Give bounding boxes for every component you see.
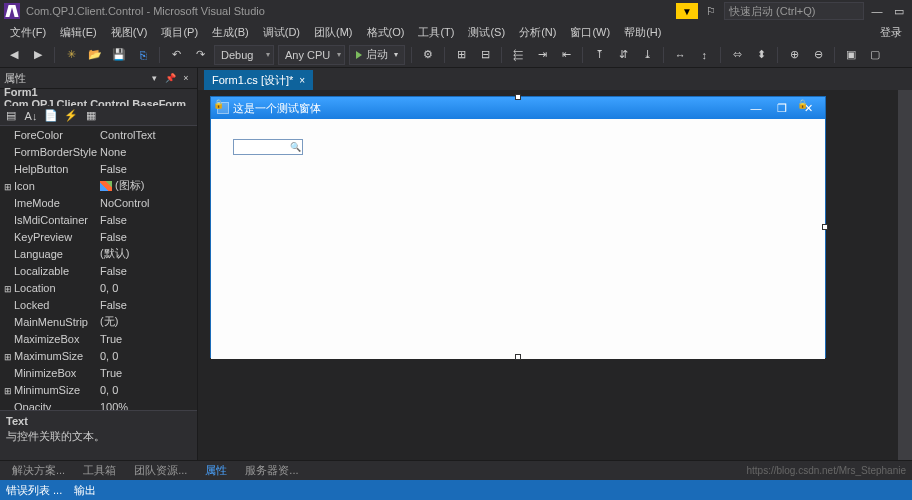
- vspace-icon[interactable]: ↕: [694, 45, 714, 65]
- btab-solution[interactable]: 解决方案...: [4, 461, 73, 480]
- form-max-icon[interactable]: ❐: [771, 100, 793, 116]
- property-value[interactable]: 0, 0: [98, 282, 197, 294]
- property-value[interactable]: False: [98, 299, 197, 311]
- property-row[interactable]: HelpButtonFalse: [0, 160, 197, 177]
- status-output[interactable]: 输出: [74, 483, 96, 498]
- menu-file[interactable]: 文件(F): [4, 23, 52, 42]
- resize-handle-top[interactable]: [515, 94, 521, 100]
- platform-dropdown[interactable]: Any CPU: [278, 45, 345, 65]
- prop-pages-icon[interactable]: ▦: [82, 107, 100, 125]
- hspace-icon[interactable]: ↔: [670, 45, 690, 65]
- property-row[interactable]: KeyPreviewFalse: [0, 228, 197, 245]
- resize-handle-right[interactable]: [822, 224, 828, 230]
- order-front-icon[interactable]: ▣: [841, 45, 861, 65]
- form-min-icon[interactable]: —: [745, 100, 767, 116]
- feedback-flag-icon[interactable]: ⚐: [702, 3, 720, 19]
- properties-grid[interactable]: ForeColorControlTextFormBorderStyleNoneH…: [0, 126, 197, 410]
- order-back-icon[interactable]: ▢: [865, 45, 885, 65]
- menu-test[interactable]: 测试(S): [462, 23, 511, 42]
- minimize-icon[interactable]: —: [868, 3, 886, 19]
- align-top-icon[interactable]: ⤒: [589, 45, 609, 65]
- property-row[interactable]: LocalizableFalse: [0, 262, 197, 279]
- align-middle-icon[interactable]: ⇵: [613, 45, 633, 65]
- menu-edit[interactable]: 编辑(E): [54, 23, 103, 42]
- property-row[interactable]: Icon(图标): [0, 177, 197, 194]
- property-value[interactable]: False: [98, 265, 197, 277]
- nav-fwd-icon[interactable]: ▶: [28, 45, 48, 65]
- tool-icon-1[interactable]: ⚙: [418, 45, 438, 65]
- quick-launch-input[interactable]: 快速启动 (Ctrl+Q): [724, 2, 864, 20]
- property-value[interactable]: 0, 0: [98, 384, 197, 396]
- property-value[interactable]: (无): [98, 314, 197, 329]
- align-icon-2[interactable]: ⊟: [475, 45, 495, 65]
- menu-debug[interactable]: 调试(D): [257, 23, 306, 42]
- menu-project[interactable]: 项目(P): [155, 23, 204, 42]
- property-value[interactable]: (默认): [98, 246, 197, 261]
- center-v-icon[interactable]: ⊖: [808, 45, 828, 65]
- property-value[interactable]: 100%: [98, 401, 197, 411]
- panel-close-icon[interactable]: ×: [179, 71, 193, 85]
- panel-dropdown-icon[interactable]: ▾: [147, 71, 161, 85]
- status-errorlist[interactable]: 错误列表 ...: [6, 483, 62, 498]
- menu-window[interactable]: 窗口(W): [564, 23, 616, 42]
- align-bottom-icon[interactable]: ⤓: [637, 45, 657, 65]
- vertical-scrollbar[interactable]: [898, 90, 912, 460]
- form-window[interactable]: 🔒 🔒 这是一个测试窗体 — ❐ ✕ 🔍: [210, 96, 826, 358]
- events-icon[interactable]: ⚡: [62, 107, 80, 125]
- btab-team[interactable]: 团队资源...: [126, 461, 195, 480]
- size-width-icon[interactable]: ⬄: [727, 45, 747, 65]
- property-value[interactable]: False: [98, 163, 197, 175]
- design-canvas[interactable]: 🔒 🔒 这是一个测试窗体 — ❐ ✕ 🔍: [198, 90, 912, 460]
- property-value[interactable]: False: [98, 214, 197, 226]
- property-row[interactable]: MinimizeBoxTrue: [0, 364, 197, 381]
- menu-help[interactable]: 帮助(H): [618, 23, 667, 42]
- align-icon-1[interactable]: ⊞: [451, 45, 471, 65]
- property-row[interactable]: MainMenuStrip(无): [0, 313, 197, 330]
- size-height-icon[interactable]: ⬍: [751, 45, 771, 65]
- maximize-icon[interactable]: ▭: [890, 3, 908, 19]
- center-h-icon[interactable]: ⊕: [784, 45, 804, 65]
- property-row[interactable]: Language(默认): [0, 245, 197, 262]
- property-value[interactable]: ControlText: [98, 129, 197, 141]
- property-value[interactable]: True: [98, 367, 197, 379]
- property-row[interactable]: ImeModeNoControl: [0, 194, 197, 211]
- save-all-icon[interactable]: ⎘: [133, 45, 153, 65]
- align-center-icon[interactable]: ⇥: [532, 45, 552, 65]
- property-value[interactable]: True: [98, 333, 197, 345]
- menu-tools[interactable]: 工具(T): [412, 23, 460, 42]
- categorized-icon[interactable]: ▤: [2, 107, 20, 125]
- props-icon[interactable]: 📄: [42, 107, 60, 125]
- property-row[interactable]: FormBorderStyleNone: [0, 143, 197, 160]
- property-value[interactable]: 0, 0: [98, 350, 197, 362]
- save-icon[interactable]: 💾: [109, 45, 129, 65]
- form-body[interactable]: 🔍: [211, 119, 825, 359]
- start-button[interactable]: 启动▾: [349, 45, 405, 65]
- config-dropdown[interactable]: Debug: [214, 45, 274, 65]
- btab-properties[interactable]: 属性: [197, 461, 235, 480]
- menu-team[interactable]: 团队(M): [308, 23, 359, 42]
- tab-close-icon[interactable]: ×: [299, 75, 305, 86]
- align-left-icon[interactable]: ⬱: [508, 45, 528, 65]
- property-row[interactable]: LockedFalse: [0, 296, 197, 313]
- property-value[interactable]: None: [98, 146, 197, 158]
- panel-pin-icon[interactable]: 📌: [163, 71, 177, 85]
- resize-handle-bottom[interactable]: [515, 354, 521, 360]
- property-value[interactable]: False: [98, 231, 197, 243]
- sign-in-link[interactable]: 登录: [874, 23, 908, 42]
- menu-view[interactable]: 视图(V): [105, 23, 154, 42]
- btab-toolbox[interactable]: 工具箱: [75, 461, 124, 480]
- property-value[interactable]: NoControl: [98, 197, 197, 209]
- property-value[interactable]: (图标): [98, 178, 197, 193]
- property-row[interactable]: Location0, 0: [0, 279, 197, 296]
- property-row[interactable]: ForeColorControlText: [0, 126, 197, 143]
- tab-form1-design[interactable]: Form1.cs [设计]* ×: [204, 70, 313, 90]
- property-row[interactable]: MaximumSize0, 0: [0, 347, 197, 364]
- textbox-control[interactable]: 🔍: [233, 139, 303, 155]
- menu-build[interactable]: 生成(B): [206, 23, 255, 42]
- align-right-icon[interactable]: ⇤: [556, 45, 576, 65]
- property-row[interactable]: IsMdiContainerFalse: [0, 211, 197, 228]
- redo-icon[interactable]: ↷: [190, 45, 210, 65]
- menu-analyze[interactable]: 分析(N): [513, 23, 562, 42]
- property-row[interactable]: Opacity100%: [0, 398, 197, 410]
- open-file-icon[interactable]: 📂: [85, 45, 105, 65]
